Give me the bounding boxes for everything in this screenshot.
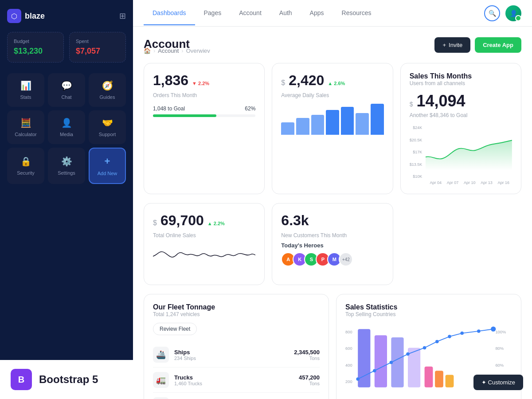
ships-value: 2,345,500 bbox=[294, 349, 320, 356]
tab-auth[interactable]: Auth bbox=[270, 1, 301, 25]
svg-rect-6 bbox=[391, 337, 403, 387]
sidebar-item-chat[interactable]: 💬 Chat bbox=[48, 73, 85, 107]
ships-unit: Tons bbox=[294, 356, 320, 361]
fleet-card: Our Fleet Tonnage Total 1,247 vehicles R… bbox=[144, 294, 329, 399]
top-nav: Dashboards Pages Account Auth Apps Resou… bbox=[133, 0, 532, 27]
spent-label: Spent bbox=[76, 39, 119, 44]
media-label: Media bbox=[60, 132, 73, 137]
svg-rect-10 bbox=[446, 375, 454, 387]
svg-point-15 bbox=[356, 377, 360, 381]
sales-month-sub: Users from all channels bbox=[410, 80, 512, 86]
stats-icon: 📊 bbox=[20, 80, 31, 91]
avatar-count: +42 bbox=[339, 252, 353, 266]
svg-point-23 bbox=[477, 329, 481, 333]
add-new-icon: + bbox=[105, 156, 110, 167]
sales-month-title: Sales This Months bbox=[410, 72, 512, 80]
total-sales-value: 69,700 bbox=[160, 212, 204, 229]
budget-section: Budget $13,230 Spent $7,057 bbox=[7, 32, 126, 63]
fleet-row-planes: ✈️ Planes 8 Aircrafts 1,240 Tons bbox=[153, 393, 320, 399]
invite-button[interactable]: + Invite bbox=[434, 37, 470, 53]
page-title-section: Account 🏠 › Account › Overwiev bbox=[144, 37, 210, 54]
trucks-unit: Tons bbox=[299, 381, 320, 386]
bootstrap-logo-text: B bbox=[18, 375, 24, 385]
heroes-title: Today's Heroes bbox=[281, 242, 383, 249]
create-app-button[interactable]: Create App bbox=[475, 37, 521, 53]
sidebar-item-settings[interactable]: ⚙️ Settings bbox=[48, 148, 85, 184]
media-icon: 👤 bbox=[61, 117, 72, 128]
sidebar-item-guides[interactable]: 🧭 Guides bbox=[89, 73, 126, 107]
new-customers-value: 6.3k bbox=[281, 212, 309, 229]
progress-bar-fill bbox=[153, 114, 216, 117]
tab-account[interactable]: Account bbox=[230, 1, 270, 25]
svg-text:200: 200 bbox=[345, 379, 352, 384]
stats-grid-2: $ 69,700 ▲ 2.2% Total Online Sales 6.3k … bbox=[144, 203, 521, 285]
svg-text:400: 400 bbox=[345, 363, 352, 368]
sidebar-item-security[interactable]: 🔒 Security bbox=[7, 148, 44, 184]
header-actions: + Invite Create App bbox=[434, 37, 521, 53]
planes-icon: ✈️ bbox=[153, 397, 169, 399]
sidebar-header: ⬡ blaze ⊞ bbox=[7, 9, 126, 23]
breadcrumb-account[interactable]: Account bbox=[158, 47, 179, 54]
daily-sales-card: $ 2,420 ▲ 2.6% Average Daily Sales bbox=[272, 63, 393, 194]
trucks-icon: 🚛 bbox=[153, 372, 169, 388]
budget-card: Budget $13,230 bbox=[7, 32, 64, 63]
logo-text: blaze bbox=[25, 12, 45, 21]
review-fleet-button[interactable]: Review Fleet bbox=[153, 323, 197, 335]
sidebar-item-add-new[interactable]: + Add New bbox=[89, 148, 126, 184]
support-label: Support bbox=[99, 132, 116, 137]
ships-name: Ships bbox=[174, 349, 196, 356]
page-header: Account 🏠 › Account › Overwiev + Invite … bbox=[144, 37, 521, 54]
budget-label: Budget bbox=[14, 39, 57, 44]
sidebar-item-stats[interactable]: 📊 Stats bbox=[7, 73, 44, 107]
main-content: Dashboards Pages Account Auth Apps Resou… bbox=[133, 0, 532, 399]
total-sales-badge: ▲ 2.2% bbox=[207, 221, 225, 226]
ships-icon: 🚢 bbox=[153, 347, 169, 363]
line-chart-svg bbox=[426, 124, 512, 177]
fleet-row-trucks: 🚛 Trucks 1,460 Trucks 457,200 Tons bbox=[153, 368, 320, 393]
orders-card: 1,836 ▼ 2.2% Orders This Month 1,048 to … bbox=[144, 63, 265, 194]
stats-grid: 1,836 ▼ 2.2% Orders This Month 1,048 to … bbox=[144, 63, 521, 194]
svg-text:80%: 80% bbox=[495, 346, 504, 351]
orders-badge: ▼ 2.2% bbox=[192, 81, 209, 86]
sidebar-item-media[interactable]: 👤 Media bbox=[48, 110, 85, 144]
spent-value: $7,057 bbox=[76, 47, 119, 56]
nav-grid: 📊 Stats 💬 Chat 🧭 Guides 🧮 Calculator 👤 M… bbox=[7, 73, 126, 184]
total-sales-prefix: $ bbox=[153, 219, 157, 227]
bottom-grid: Our Fleet Tonnage Total 1,247 vehicles R… bbox=[144, 294, 521, 399]
svg-point-18 bbox=[406, 352, 410, 356]
svg-point-16 bbox=[373, 369, 376, 372]
progress-bar-wrap bbox=[153, 114, 255, 117]
content-area: Account 🏠 › Account › Overwiev + Invite … bbox=[133, 27, 532, 399]
tab-dashboards[interactable]: Dashboards bbox=[144, 1, 195, 25]
sales-stats-title: Sales Statistics bbox=[345, 303, 512, 311]
guides-label: Guides bbox=[100, 94, 115, 100]
svg-point-21 bbox=[448, 335, 451, 338]
heroes-section: Today's Heroes A K S P M +42 bbox=[281, 242, 383, 266]
bar-5 bbox=[341, 107, 354, 135]
tab-pages[interactable]: Pages bbox=[195, 1, 231, 25]
search-button[interactable]: 🔍 bbox=[484, 5, 500, 21]
calculator-label: Calculator bbox=[15, 132, 37, 137]
svg-rect-9 bbox=[435, 371, 443, 387]
tab-resources[interactable]: Resources bbox=[333, 1, 380, 25]
settings-icon: ⚙️ bbox=[61, 156, 72, 167]
chat-label: Chat bbox=[61, 94, 71, 100]
breadcrumb: 🏠 › Account › Overwiev bbox=[144, 47, 210, 54]
customize-button[interactable]: ✦ Customize bbox=[473, 375, 523, 390]
security-icon: 🔒 bbox=[20, 156, 31, 167]
mini-bar-chart bbox=[281, 104, 383, 135]
progress-pct: 62% bbox=[245, 106, 255, 112]
fleet-title: Our Fleet Tonnage bbox=[153, 303, 320, 311]
sidebar-item-support[interactable]: 🤝 Support bbox=[89, 110, 126, 144]
breadcrumb-current: Overwiev bbox=[186, 47, 210, 54]
x-axis: Apr 04 Apr 07 Apr 10 Apr 13 Apr 16 bbox=[427, 180, 512, 185]
avatar[interactable]: 👤 bbox=[505, 5, 521, 21]
menu-icon[interactable]: ⊞ bbox=[119, 11, 126, 21]
security-label: Security bbox=[17, 170, 35, 176]
tab-apps[interactable]: Apps bbox=[301, 1, 333, 25]
fleet-sub: Total 1,247 vehicles bbox=[153, 311, 320, 317]
svg-text:800: 800 bbox=[345, 329, 352, 334]
sidebar-item-calculator[interactable]: 🧮 Calculator bbox=[7, 110, 44, 144]
line-chart-container: $24K $20.5K $17K $13.5K $10K bbox=[410, 124, 512, 185]
spent-card: Spent $7,057 bbox=[69, 32, 126, 63]
